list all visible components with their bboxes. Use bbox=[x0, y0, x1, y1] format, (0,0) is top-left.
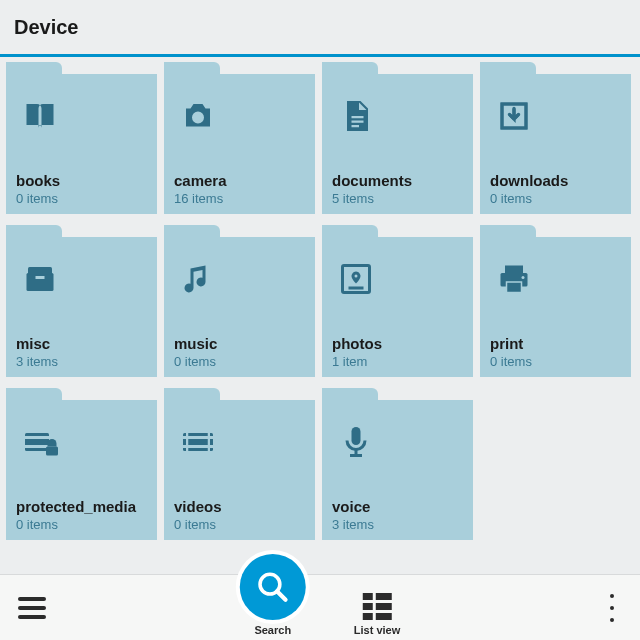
book-icon bbox=[20, 96, 60, 136]
photo-icon bbox=[336, 259, 376, 299]
folder-count: 1 item bbox=[332, 354, 463, 369]
listview-button[interactable]: List view bbox=[354, 593, 400, 636]
page-title: Device bbox=[14, 16, 79, 39]
protected-icon bbox=[20, 422, 60, 462]
folder-count: 5 items bbox=[332, 191, 463, 206]
print-icon bbox=[494, 259, 534, 299]
folder-name: documents bbox=[332, 173, 463, 190]
folder-count: 3 items bbox=[16, 354, 147, 369]
folder-photos[interactable]: photos 1 item bbox=[322, 225, 473, 377]
folder-name: photos bbox=[332, 336, 463, 353]
video-icon bbox=[178, 422, 218, 462]
box-icon bbox=[20, 259, 60, 299]
mic-icon bbox=[336, 422, 376, 462]
listview-label: List view bbox=[354, 624, 400, 636]
search-icon bbox=[256, 570, 290, 604]
folder-name: voice bbox=[332, 499, 463, 516]
folder-name: downloads bbox=[490, 173, 621, 190]
download-icon bbox=[494, 96, 534, 136]
folder-count: 0 items bbox=[174, 517, 305, 532]
folder-name: misc bbox=[16, 336, 147, 353]
folder-count: 16 items bbox=[174, 191, 305, 206]
folder-name: music bbox=[174, 336, 305, 353]
bottom-toolbar: Search List view bbox=[0, 574, 640, 640]
search-button[interactable] bbox=[240, 554, 306, 620]
folder-count: 0 items bbox=[174, 354, 305, 369]
folder-count: 0 items bbox=[16, 191, 147, 206]
folder-count: 0 items bbox=[490, 191, 621, 206]
folder-misc[interactable]: misc 3 items bbox=[6, 225, 157, 377]
folder-name: videos bbox=[174, 499, 305, 516]
folder-downloads[interactable]: downloads 0 items bbox=[480, 62, 631, 214]
folder-count: 0 items bbox=[490, 354, 621, 369]
folder-videos[interactable]: videos 0 items bbox=[164, 388, 315, 540]
svg-line-1 bbox=[277, 591, 286, 600]
folder-documents[interactable]: documents 5 items bbox=[322, 62, 473, 214]
folder-name: protected_media bbox=[16, 499, 147, 516]
folder-voice[interactable]: voice 3 items bbox=[322, 388, 473, 540]
search-label: Search bbox=[254, 624, 291, 636]
folder-camera[interactable]: camera 16 items bbox=[164, 62, 315, 214]
camera-icon bbox=[178, 96, 218, 136]
folder-books[interactable]: books 0 items bbox=[6, 62, 157, 214]
folder-grid: books 0 items camera 16 items documents … bbox=[0, 57, 640, 540]
listview-icon bbox=[363, 593, 392, 620]
folder-count: 3 items bbox=[332, 517, 463, 532]
music-icon bbox=[178, 259, 218, 299]
document-icon bbox=[336, 96, 376, 136]
menu-icon[interactable] bbox=[18, 597, 46, 619]
folder-print[interactable]: print 0 items bbox=[480, 225, 631, 377]
folder-protected_media[interactable]: protected_media 0 items bbox=[6, 388, 157, 540]
folder-count: 0 items bbox=[16, 517, 147, 532]
folder-name: books bbox=[16, 173, 147, 190]
header-bar: Device bbox=[0, 0, 640, 57]
folder-name: print bbox=[490, 336, 621, 353]
folder-name: camera bbox=[174, 173, 305, 190]
overflow-menu-icon[interactable] bbox=[602, 590, 622, 626]
folder-music[interactable]: music 0 items bbox=[164, 225, 315, 377]
